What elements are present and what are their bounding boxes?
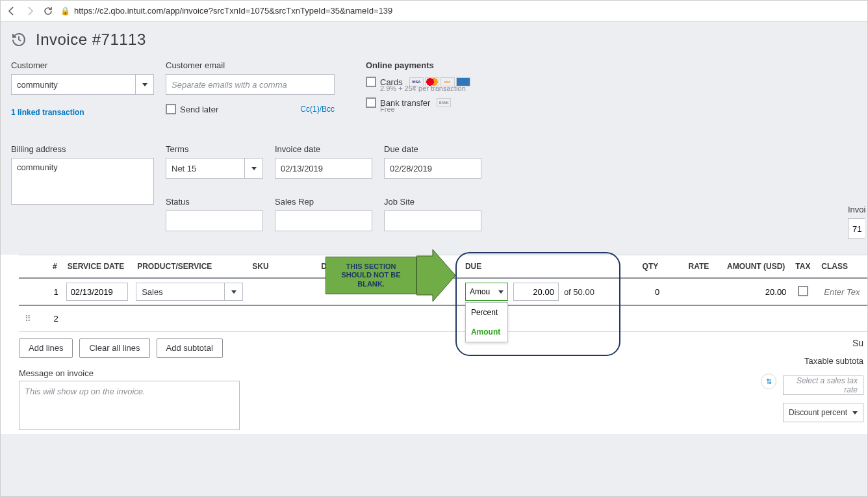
- swap-icon[interactable]: ⇅: [761, 374, 776, 389]
- add-lines-button[interactable]: Add lines: [19, 338, 73, 358]
- col-product: PRODUCT/SERVICE: [132, 255, 247, 279]
- message-textarea[interactable]: This will show up on the invoice.: [19, 381, 240, 430]
- billing-address-input[interactable]: [11, 158, 154, 205]
- table-row[interactable]: ⠿ 2: [19, 305, 867, 331]
- class-input[interactable]: [820, 283, 863, 301]
- invoice-date-label: Invoice date: [275, 144, 372, 154]
- salesrep-input[interactable]: [275, 210, 372, 231]
- add-subtotal-button[interactable]: Add subtotal: [157, 338, 223, 358]
- arrow-icon: [416, 249, 455, 301]
- col-num: #: [37, 255, 62, 279]
- sales-tax-select[interactable]: Select a sales tax rate: [783, 376, 863, 395]
- amount-cell: 20.00: [714, 278, 790, 305]
- due-date-label: Due date: [384, 144, 481, 154]
- col-amount: AMOUNT (USD): [714, 255, 790, 279]
- svg-marker-0: [416, 249, 455, 301]
- service-date-input[interactable]: [66, 283, 129, 301]
- col-due: DUE: [446, 255, 613, 279]
- reload-icon[interactable]: [42, 5, 54, 17]
- col-qty: QTY: [613, 255, 664, 279]
- status-input[interactable]: [166, 210, 263, 231]
- product-select[interactable]: Sales: [136, 283, 225, 301]
- line-items-area: # SERVICE DATE PRODUCT/SERVICE SKU DE DU…: [1, 255, 867, 434]
- linked-transaction-link[interactable]: 1 linked transaction: [11, 108, 154, 117]
- send-later-checkbox[interactable]: Send later: [166, 104, 218, 114]
- row-num: 2: [37, 305, 62, 331]
- due-type-select[interactable]: Amou: [465, 283, 508, 301]
- salesrep-label: Sales Rep: [275, 197, 372, 207]
- history-icon[interactable]: [11, 32, 27, 47]
- email-label: Customer email: [166, 60, 335, 70]
- checkbox-icon: [166, 104, 176, 114]
- due-of-text: of 50.00: [564, 287, 594, 297]
- tax-checkbox[interactable]: [798, 286, 808, 296]
- lock-icon: 🔒: [60, 6, 70, 16]
- col-tax: TAX: [790, 255, 816, 279]
- qty-cell[interactable]: 0: [613, 278, 664, 305]
- email-input[interactable]: [166, 74, 335, 95]
- invoice-date-input[interactable]: [275, 158, 372, 179]
- terms-select-button[interactable]: [245, 158, 263, 179]
- taxable-subtotal-label: Taxable subtota: [761, 356, 863, 366]
- online-payments-label: Online payments: [366, 60, 470, 70]
- forward-icon[interactable]: [24, 5, 36, 17]
- due-amount-input[interactable]: [513, 283, 559, 301]
- callout-annotation: THIS SECTION SHOULD NOT BE BLANK.: [326, 249, 455, 301]
- jobsite-input[interactable]: [384, 210, 481, 231]
- due-date-input[interactable]: [384, 158, 481, 179]
- row-num: 1: [37, 278, 62, 305]
- terms-select[interactable]: Net 15: [166, 158, 245, 179]
- message-label: Message on invoice: [19, 368, 849, 378]
- bank-badge: BANK: [437, 98, 451, 107]
- drag-handle-icon[interactable]: ⠿: [19, 305, 37, 331]
- col-service-date: SERVICE DATE: [62, 255, 133, 279]
- browser-bar: 🔒 https://c2.qbo.intuit.com/app/invoice?…: [1, 1, 867, 21]
- due-type-dropdown: Percent Amount: [465, 302, 508, 342]
- page-title: Invoice #71113: [36, 31, 146, 49]
- page-content: Invoice #71113 Customer community 1 link…: [1, 21, 867, 496]
- terms-label: Terms: [166, 144, 263, 154]
- col-rate: RATE: [663, 255, 714, 279]
- product-select-button[interactable]: [225, 283, 243, 301]
- back-icon[interactable]: [6, 5, 18, 17]
- due-option-percent[interactable]: Percent: [466, 303, 507, 322]
- col-sku: SKU: [247, 255, 316, 279]
- col-class: CLASS: [816, 255, 867, 279]
- invoice-no-label: Invoi: [848, 205, 867, 214]
- address-bar[interactable]: 🔒 https://c2.qbo.intuit.com/app/invoice?…: [60, 6, 862, 16]
- cards-subtext: 2.9% + 25¢ per transaction: [380, 84, 470, 92]
- customer-select[interactable]: community: [11, 74, 136, 95]
- status-label: Status: [166, 197, 263, 207]
- ccbcc-link[interactable]: Cc(1)/Bcc: [300, 105, 335, 114]
- jobsite-label: Job Site: [384, 197, 481, 207]
- customer-select-button[interactable]: [136, 74, 154, 95]
- invoice-no-input[interactable]: [848, 218, 865, 239]
- discount-select[interactable]: Discount percent: [783, 403, 863, 422]
- url-text: https://c2.qbo.intuit.com/app/invoice?sr…: [74, 6, 392, 16]
- due-option-amount[interactable]: Amount: [466, 322, 507, 342]
- clear-lines-button[interactable]: Clear all lines: [79, 338, 149, 358]
- billing-label: Billing address: [11, 144, 154, 154]
- customer-label: Customer: [11, 60, 154, 70]
- subtotal-label: Su: [761, 338, 863, 348]
